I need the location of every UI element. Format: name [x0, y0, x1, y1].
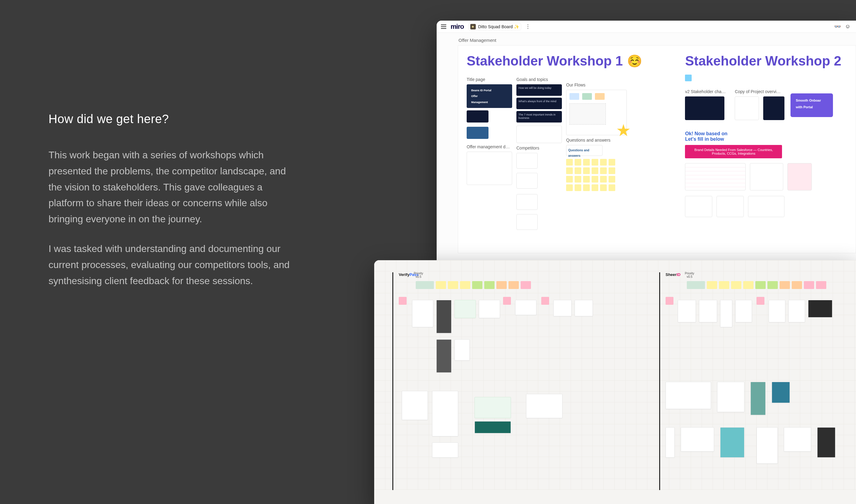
screenshot[interactable]: [432, 443, 458, 457]
screenshot[interactable]: [665, 427, 675, 457]
screenshot[interactable]: [515, 300, 536, 315]
doc-thumb[interactable]: [516, 126, 562, 143]
slide-thumb[interactable]: [467, 110, 488, 123]
tag[interactable]: [731, 281, 742, 289]
screenshot[interactable]: [553, 300, 572, 316]
pink-callout-bar[interactable]: Brand Details Needed From Salesforce — C…: [685, 145, 782, 158]
slide-thumb[interactable]: [467, 127, 488, 139]
screenshot[interactable]: [788, 300, 805, 322]
table-thumb[interactable]: [685, 163, 746, 191]
tag[interactable]: [521, 281, 531, 289]
screenshot[interactable]: [717, 382, 744, 412]
tag[interactable]: [496, 281, 507, 289]
tag[interactable]: [719, 281, 729, 289]
sticky-blue[interactable]: [685, 75, 692, 81]
screenshot[interactable]: [402, 391, 428, 420]
screenshot[interactable]: [678, 300, 696, 322]
screenshot[interactable]: [412, 300, 433, 327]
slide-goal[interactable]: How we will be doing today: [516, 84, 562, 96]
slide-hero[interactable]: Beans ID Portal Offer Management: [467, 84, 512, 108]
board-name-chip[interactable]: ★ Ditto Squad Board ✨: [468, 23, 521, 30]
reactions-icon[interactable]: ☺: [845, 23, 851, 30]
pink-sticky[interactable]: [399, 297, 407, 305]
screenshot[interactable]: [750, 382, 766, 415]
tag[interactable]: [816, 281, 826, 289]
section-label-stakeholder-chart: v2 Stakeholder cha…: [685, 89, 730, 94]
tag[interactable]: [755, 281, 766, 289]
tag[interactable]: [509, 281, 519, 289]
competitor-thumb[interactable]: [516, 214, 538, 230]
screenshot[interactable]: [699, 300, 717, 322]
screenshot[interactable]: [769, 300, 785, 322]
tag[interactable]: [484, 281, 495, 289]
tag[interactable]: [780, 281, 790, 289]
pink-sticky[interactable]: [541, 297, 549, 305]
screenshot[interactable]: [735, 300, 752, 322]
research-lane-sheerid[interactable]: SheerID Priority v0.5: [659, 272, 853, 498]
screenshot[interactable]: [479, 300, 500, 318]
screenshot[interactable]: [817, 427, 835, 457]
list-thumb[interactable]: [748, 196, 784, 217]
slide-thumb[interactable]: [685, 96, 725, 120]
tag[interactable]: [804, 281, 814, 289]
screenshot[interactable]: [665, 382, 711, 409]
screenshot[interactable]: [475, 421, 511, 433]
list-thumb[interactable]: [685, 196, 712, 217]
screenshot[interactable]: [681, 427, 714, 452]
competitor-thumb[interactable]: [516, 173, 538, 188]
screenshot[interactable]: [526, 394, 563, 418]
doc-thumb[interactable]: [467, 151, 512, 185]
hamburger-menu-icon[interactable]: [441, 24, 446, 29]
screenshot[interactable]: [454, 339, 470, 361]
screenshot[interactable]: [454, 300, 476, 318]
pink-sticky[interactable]: [665, 297, 674, 305]
table-thumb[interactable]: [787, 163, 812, 191]
qa-card-text: Questions and answers: [568, 149, 589, 157]
tag[interactable]: [767, 281, 778, 289]
table-thumb[interactable]: [750, 163, 783, 191]
miro-canvas[interactable]: Offer Management Stakeholder Workshop 1 …: [436, 33, 856, 260]
qa-card[interactable]: Questions and answers: [566, 145, 603, 156]
research-board-window: VerifyPass Priority v0.5: [374, 260, 856, 504]
purple-card[interactable]: Smooth Onboar with Portal: [790, 93, 833, 117]
pink-sticky[interactable]: [503, 297, 511, 305]
slide-goal[interactable]: The 7 most important trends in business: [516, 111, 562, 123]
screenshot[interactable]: [436, 300, 451, 333]
more-options-icon[interactable]: ⋯: [525, 24, 532, 30]
screenshot[interactable]: [756, 427, 778, 464]
screenshot[interactable]: [575, 300, 593, 316]
screenshot[interactable]: [772, 382, 790, 403]
competitor-thumb[interactable]: [516, 153, 538, 168]
tag[interactable]: [687, 281, 705, 289]
tag[interactable]: [436, 281, 446, 289]
research-lane-verifypass[interactable]: VerifyPass Priority v0.5: [392, 272, 641, 498]
flows-board[interactable]: [566, 90, 627, 135]
tag[interactable]: [472, 281, 482, 289]
now-based-label: Ok! Now based on: [685, 131, 728, 136]
frame-label[interactable]: Offer Management: [459, 38, 856, 43]
tag[interactable]: [448, 281, 458, 289]
screenshot[interactable]: [475, 397, 511, 418]
miro-logo[interactable]: miro: [451, 23, 464, 31]
tag[interactable]: [460, 281, 470, 289]
screenshot[interactable]: [720, 427, 744, 457]
screenshot[interactable]: [808, 300, 832, 318]
screenshot[interactable]: [720, 300, 732, 327]
screenshot[interactable]: [436, 339, 451, 373]
tag[interactable]: [743, 281, 753, 289]
tag[interactable]: [707, 281, 717, 289]
competitor-thumb[interactable]: [516, 194, 538, 210]
screenshot[interactable]: [784, 427, 811, 452]
tag[interactable]: [792, 281, 802, 289]
lane-brand-verifypass: VerifyPass: [399, 272, 641, 277]
presentation-mode-icon[interactable]: 👓: [834, 23, 841, 30]
list-thumb[interactable]: [716, 196, 744, 217]
qa-sticky-grid[interactable]: [566, 159, 642, 191]
doc-thumb[interactable]: [763, 96, 784, 120]
tag[interactable]: [416, 281, 434, 289]
screenshot[interactable]: [432, 391, 458, 436]
doc-thumb[interactable]: [735, 96, 759, 120]
slide-goal[interactable]: What's always front of the mind: [516, 98, 562, 109]
pink-sticky[interactable]: [756, 297, 764, 305]
frame-offer-management[interactable]: Stakeholder Workshop 1 ☺️ Title page Bea…: [458, 45, 856, 253]
